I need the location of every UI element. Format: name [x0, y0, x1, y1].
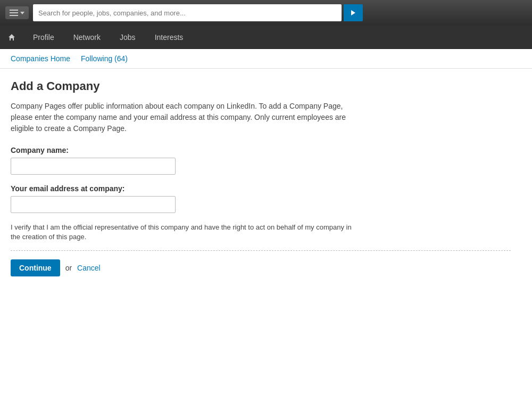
nav-item-profile[interactable]: Profile [23, 26, 64, 49]
main-content: Add a Company Company Pages offer public… [0, 69, 521, 298]
nav-item-jobs[interactable]: Jobs [110, 26, 145, 49]
page-description: Company Pages offer public information a… [11, 101, 351, 134]
companies-home-link[interactable]: Companies Home [11, 54, 70, 63]
continue-button[interactable]: Continue [11, 259, 60, 276]
search-button[interactable] [344, 4, 363, 21]
sub-navbar: Companies Home Following (64) [0, 49, 532, 69]
following-link[interactable]: Following (64) [81, 54, 128, 63]
top-navbar [0, 0, 532, 26]
email-label: Your email address at company: [11, 184, 511, 193]
chevron-down-icon [20, 12, 24, 14]
hamburger-icon [10, 10, 18, 16]
cancel-link[interactable]: Cancel [77, 264, 101, 272]
menu-button[interactable] [5, 6, 29, 19]
home-nav-item[interactable] [0, 26, 23, 49]
search-arrow-icon [351, 10, 355, 15]
or-separator: or [65, 264, 72, 272]
company-name-group: Company name: [11, 146, 511, 175]
divider [11, 250, 511, 251]
svg-marker-0 [9, 34, 15, 40]
main-navbar: Profile Network Jobs Interests [0, 26, 532, 49]
company-name-label: Company name: [11, 146, 511, 154]
email-input[interactable] [11, 196, 176, 213]
page-title: Add a Company [11, 79, 511, 93]
verify-text: I verify that I am the official represen… [11, 223, 362, 242]
home-icon [7, 33, 16, 42]
company-name-input[interactable] [11, 158, 176, 175]
nav-item-network[interactable]: Network [64, 26, 110, 49]
nav-item-interests[interactable]: Interests [145, 26, 193, 49]
email-group: Your email address at company: [11, 184, 511, 213]
form-actions: Continue or Cancel [11, 259, 511, 276]
search-input[interactable] [33, 4, 342, 21]
